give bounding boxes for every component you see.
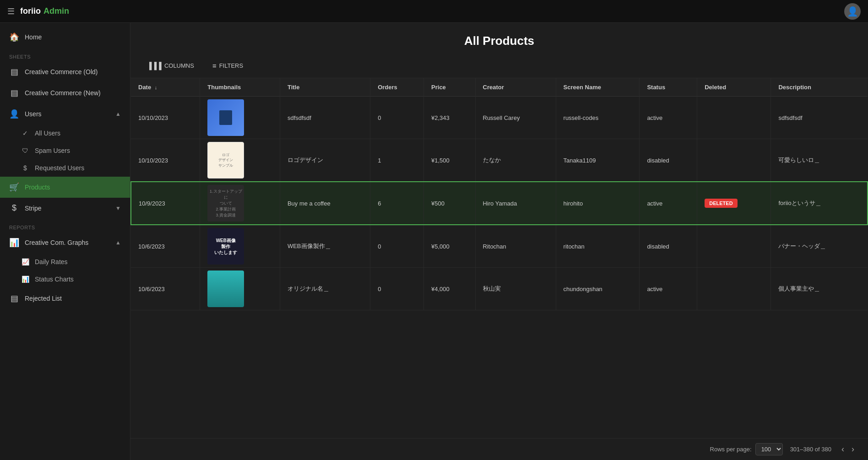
topbar-left: ☰ foriio Admin: [7, 6, 69, 16]
col-price: Price: [424, 78, 475, 97]
sidebar-item-users[interactable]: 👤 Users ▲: [0, 103, 130, 124]
all-users-label: All Users: [35, 130, 60, 137]
columns-button[interactable]: ▐▐▐ COLUMNS: [141, 59, 200, 72]
table-row[interactable]: 10/10/2023ロゴデザインサンプルロゴデザイン1¥1,500たなかTana…: [131, 139, 868, 182]
cell-screen-name: ritochan: [556, 225, 640, 268]
sidebar-item-all-users[interactable]: ✓ All Users: [0, 124, 130, 142]
rows-per-page-select[interactable]: 100 50 25: [755, 443, 783, 455]
next-page-button[interactable]: ›: [849, 444, 857, 455]
cell-deleted: [697, 139, 771, 182]
cell-date: 10/6/2023: [131, 225, 200, 268]
footer-bar: Rows per page: 100 50 25 301–380 of 380 …: [130, 438, 868, 460]
bar-chart-icon: 📊: [9, 238, 19, 248]
sidebar: 🏠 Home Sheets ▤ Creative Commerce (Old) …: [0, 23, 130, 460]
cell-deleted: [697, 225, 771, 268]
sidebar-item-requested-users[interactable]: $ Requested Users: [0, 159, 130, 177]
table-row[interactable]: 10/9/20231.スタートアップについて2.事業計画3.資金調達Buy me…: [131, 182, 868, 225]
cell-description: 個人事業主や＿: [771, 268, 868, 310]
col-status: Status: [640, 78, 697, 97]
hamburger-icon[interactable]: ☰: [7, 6, 15, 16]
cell-date: 10/10/2023: [131, 139, 200, 182]
main-layout: 🏠 Home Sheets ▤ Creative Commerce (Old) …: [0, 23, 868, 460]
prev-page-button[interactable]: ‹: [839, 444, 847, 455]
cell-price: ¥2,343: [424, 97, 475, 139]
cell-creator: Hiro Yamada: [475, 182, 556, 225]
cell-status: active: [640, 268, 697, 310]
home-icon: 🏠: [9, 32, 19, 42]
page-title: All Products: [145, 34, 853, 48]
sidebar-item-creative-graphs[interactable]: 📊 Creative Com. Graphs ▲: [0, 232, 130, 253]
sidebar-item-creative-new[interactable]: ▤ Creative Commerce (New): [0, 82, 130, 103]
content-header: All Products: [130, 23, 868, 55]
cell-orders: 6: [370, 182, 424, 225]
users-expand-icon: ▲: [115, 111, 121, 117]
cell-creator: Ritochan: [475, 225, 556, 268]
check-icon: ✓: [21, 129, 29, 137]
table-row[interactable]: 10/6/2023WEB画像製作いたしますWEB画像製作＿0¥5,000Rito…: [131, 225, 868, 268]
col-date[interactable]: Date ↓: [131, 78, 200, 97]
sidebar-item-stripe[interactable]: $ Stripe ▼: [0, 198, 130, 218]
col-description: Description: [771, 78, 868, 97]
thumbnail-img: [207, 99, 244, 136]
requested-users-label: Requested Users: [35, 164, 84, 172]
toolbar: ▐▐▐ COLUMNS ≡ FILTERS: [130, 55, 868, 78]
cell-date: 10/6/2023: [131, 268, 200, 310]
table-container[interactable]: Date ↓ Thumbnails Title Orders Price Cre…: [130, 78, 868, 438]
topbar: ☰ foriio Admin 👤: [0, 0, 868, 23]
columns-icon: ▐▐▐: [147, 62, 162, 70]
cell-description: バナー・ヘッダ＿: [771, 225, 868, 268]
table-row[interactable]: 10/6/2023オリジナル名＿0¥4,000秋山実chundongshanac…: [131, 268, 868, 310]
users-icon: 👤: [9, 109, 19, 119]
reports-section-title: Reports: [0, 218, 130, 232]
cell-status: disabled: [640, 225, 697, 268]
cell-description: 可愛らしいロ＿: [771, 139, 868, 182]
cell-orders: 0: [370, 268, 424, 310]
cell-deleted: [697, 268, 771, 310]
sidebar-item-status-charts[interactable]: 📊 Status Charts: [0, 271, 130, 288]
daily-rates-label: Daily Rates: [35, 258, 68, 265]
cell-date: 10/9/2023: [131, 182, 200, 225]
col-title: Title: [280, 78, 370, 97]
sidebar-item-spam-users[interactable]: 🛡 Spam Users: [0, 142, 130, 159]
sheet-icon-1: ▤: [9, 67, 19, 77]
cell-title: WEB画像製作＿: [280, 225, 370, 268]
sidebar-item-products[interactable]: 🛒 Products: [0, 177, 130, 198]
stripe-icon: $: [9, 203, 19, 213]
cell-thumbnail: ロゴデザインサンプル: [200, 139, 280, 182]
cell-description: sdfsdfsdf: [771, 97, 868, 139]
table-row[interactable]: 10/10/2023sdfsdfsdf0¥2,343Russell Careyr…: [131, 97, 868, 139]
pagination-nav: ‹ ›: [839, 444, 857, 455]
cell-thumbnail: [200, 97, 280, 139]
sheet-icon-2: ▤: [9, 88, 19, 98]
sidebar-item-daily-rates[interactable]: 📈 Daily Rates: [0, 253, 130, 271]
cell-thumbnail: [200, 268, 280, 310]
cell-price: ¥4,000: [424, 268, 475, 310]
dollar-icon-1: $: [21, 164, 29, 172]
thumbnail-img: [207, 271, 244, 307]
sort-icon: ↓: [155, 85, 157, 90]
sidebar-item-creative-old[interactable]: ▤ Creative Commerce (Old): [0, 61, 130, 82]
cell-creator: たなか: [475, 139, 556, 182]
col-thumbnails: Thumbnails: [200, 78, 280, 97]
sidebar-creative-graphs-label: Creative Com. Graphs: [25, 239, 110, 246]
cell-price: ¥1,500: [424, 139, 475, 182]
cell-screen-name: Tanaka1109: [556, 139, 640, 182]
sidebar-item-home[interactable]: 🏠 Home: [0, 27, 130, 48]
avatar[interactable]: 👤: [844, 3, 861, 20]
cell-status: active: [640, 97, 697, 139]
sidebar-item-rejected-list[interactable]: ▤ Rejected List: [0, 288, 130, 309]
cell-deleted: DELETED: [697, 182, 771, 225]
cell-title: オリジナル名＿: [280, 268, 370, 310]
rows-per-page-label: Rows per page:: [710, 446, 752, 453]
brand-logo: foriio: [20, 6, 41, 16]
sidebar-creative-new-label: Creative Commerce (New): [25, 89, 121, 97]
cell-price: ¥500: [424, 182, 475, 225]
sidebar-rejected-label: Rejected List: [25, 295, 121, 302]
cell-thumbnail: 1.スタートアップについて2.事業計画3.資金調達: [200, 182, 280, 225]
cell-title: sdfsdfsdf: [280, 97, 370, 139]
cell-thumbnail: WEB画像製作いたします: [200, 225, 280, 268]
thumbnail-img: 1.スタートアップについて2.事業計画3.資金調達: [207, 185, 244, 222]
filters-button[interactable]: ≡ FILTERS: [207, 59, 249, 72]
col-orders: Orders: [370, 78, 424, 97]
sidebar-products-label: Products: [25, 184, 121, 191]
